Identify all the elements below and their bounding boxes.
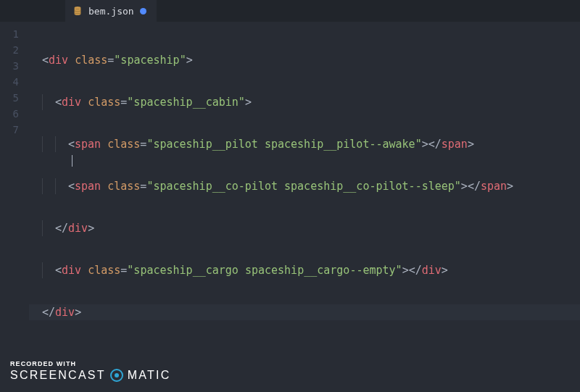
code-line[interactable]: <div class="spaceship__cargo spaceship__… bbox=[29, 262, 580, 278]
database-icon bbox=[72, 6, 83, 16]
line-number: 1 bbox=[0, 26, 29, 42]
watermark-text-2: MATIC bbox=[128, 370, 171, 382]
code-line[interactable]: <span class="spaceship__co-pilot spacesh… bbox=[29, 178, 580, 194]
code-line[interactable]: </div> bbox=[29, 220, 580, 236]
watermark-logo: SCREENCAST MATIC bbox=[10, 369, 171, 382]
line-number: 4 bbox=[0, 74, 29, 90]
unsaved-indicator-icon bbox=[140, 8, 146, 14]
code-line[interactable]: <div class="spaceship"> bbox=[29, 52, 580, 68]
line-number-gutter: 1 2 3 4 5 6 7 bbox=[0, 22, 29, 392]
tab-bar: bem.json bbox=[0, 0, 580, 22]
line-number: 7 bbox=[0, 122, 29, 138]
line-number: 6 bbox=[0, 106, 29, 122]
text-cursor-icon bbox=[72, 155, 72, 167]
code-area[interactable]: <div class="spaceship"> <div class="spac… bbox=[29, 22, 580, 392]
file-tab[interactable]: bem.json bbox=[65, 0, 157, 22]
svg-point-0 bbox=[75, 7, 81, 9]
line-number: 2 bbox=[0, 42, 29, 58]
watermark-text-1: SCREENCAST bbox=[10, 370, 106, 382]
watermark-small-text: RECORDED WITH bbox=[10, 361, 171, 367]
code-line[interactable]: <div class="spaceship__cabin"> bbox=[29, 94, 580, 110]
code-line[interactable]: </div> bbox=[29, 304, 580, 320]
tab-filename: bem.json bbox=[88, 6, 134, 17]
code-editor[interactable]: 1 2 3 4 5 6 7 <div class="spaceship"> <d… bbox=[0, 22, 580, 392]
watermark: RECORDED WITH SCREENCAST MATIC bbox=[10, 361, 171, 382]
code-line[interactable]: <span class="spaceship__pilot spaceship_… bbox=[29, 136, 580, 152]
line-number: 5 bbox=[0, 90, 29, 106]
target-icon bbox=[110, 369, 123, 382]
line-number: 3 bbox=[0, 58, 29, 74]
